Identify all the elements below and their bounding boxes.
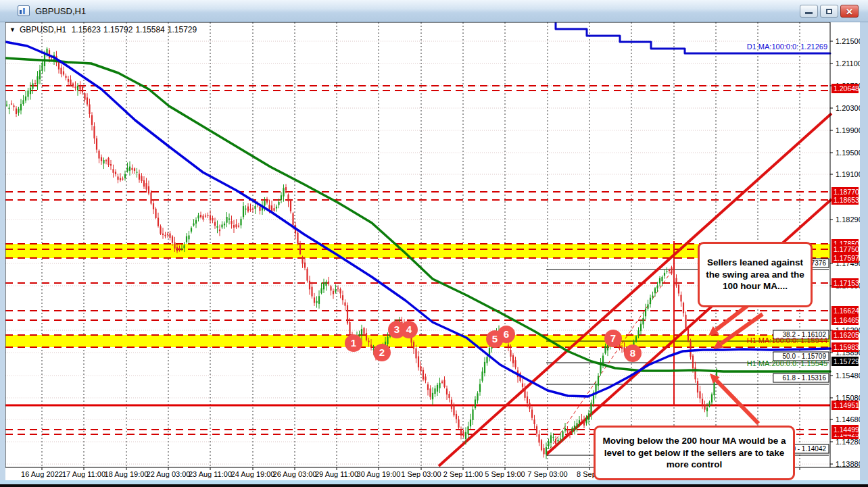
- svg-text:61.8 - 1.15316: 61.8 - 1.15316: [783, 374, 827, 382]
- svg-text:1.16205: 1.16205: [834, 331, 859, 339]
- svg-text:1.18770: 1.18770: [834, 188, 859, 196]
- ohlc-open: 1.15623: [72, 25, 101, 34]
- svg-text:1.16465: 1.16465: [834, 316, 859, 324]
- svg-text:1.17153: 1.17153: [834, 279, 859, 287]
- window-frame-right: [860, 22, 868, 487]
- svg-text:22 Aug 03:00: 22 Aug 03:00: [147, 470, 191, 478]
- svg-text:H1 MA:100:0:0: 1.15944: H1 MA:100:0:0: 1.15944: [747, 336, 827, 344]
- svg-text:16 Aug 2022: 16 Aug 2022: [21, 470, 63, 478]
- mt4-window: { "window": { "title": "GBPUSD,H1", "min…: [0, 0, 868, 487]
- chart-icon: [18, 5, 30, 16]
- chevron-down-icon[interactable]: ▼: [9, 26, 16, 33]
- window-frame-left: [0, 22, 5, 487]
- minimize-icon: [805, 12, 813, 14]
- svg-text:29 Aug 11:00: 29 Aug 11:00: [315, 470, 358, 478]
- svg-text:30 Aug 19:00: 30 Aug 19:00: [357, 470, 401, 478]
- svg-text:1.16624: 1.16624: [834, 307, 859, 315]
- svg-text:1.19500: 1.19500: [836, 149, 863, 157]
- svg-text:4: 4: [406, 324, 412, 335]
- svg-text:1.18290: 1.18290: [836, 215, 863, 224]
- svg-text:1: 1: [351, 337, 356, 349]
- svg-text:1.17597: 1.17597: [834, 254, 859, 262]
- svg-text:1.14499: 1.14499: [834, 426, 859, 434]
- restore-button[interactable]: [820, 5, 838, 18]
- frame-divider: [0, 484, 868, 487]
- window-frame-bottom: [0, 480, 868, 487]
- svg-text:1.21500: 1.21500: [836, 37, 863, 45]
- svg-text:1.18653: 1.18653: [834, 196, 859, 204]
- svg-text:1.20648: 1.20648: [834, 84, 859, 93]
- ohlc-symbol: GBPUSD,H1: [20, 25, 66, 34]
- ohlc-high: 1.15792: [103, 25, 132, 34]
- svg-text:1.21100: 1.21100: [836, 59, 862, 68]
- annotation-box-sellers[interactable]: Sellers leaned against the swing area an…: [698, 242, 813, 307]
- svg-text:5 Sep 19:00: 5 Sep 19:00: [485, 470, 525, 478]
- title-bar: GBPUSD,H1 ✕: [0, 0, 868, 22]
- svg-text:1.15729: 1.15729: [834, 357, 859, 365]
- svg-text:1.15480: 1.15480: [836, 371, 863, 380]
- svg-text:6: 6: [504, 328, 509, 340]
- svg-text:2 Sep 11:00: 2 Sep 11:00: [443, 470, 483, 478]
- ohlc-low: 1.15584: [135, 25, 164, 34]
- svg-text:1.19100: 1.19100: [836, 170, 863, 178]
- minimize-button[interactable]: [800, 5, 818, 18]
- window-title: GBPUSD,H1: [35, 6, 86, 16]
- svg-text:1.13880: 1.13880: [836, 460, 863, 468]
- svg-text:1.17750: 1.17750: [834, 245, 859, 253]
- svg-text:1.20300: 1.20300: [836, 104, 863, 112]
- svg-text:1.14680: 1.14680: [836, 415, 863, 424]
- svg-text:1.15983: 1.15983: [834, 343, 859, 351]
- close-icon: ✕: [841, 6, 858, 18]
- svg-text:8: 8: [630, 347, 635, 359]
- svg-text:2: 2: [379, 347, 385, 358]
- ohlc-close: 1.15729: [168, 25, 197, 34]
- svg-text:H1 MA:200:0:0: 1.15545: H1 MA:200:0:0: 1.15545: [747, 359, 827, 367]
- svg-text:D1 MA:100:0:0: 1.21269: D1 MA:100:0:0: 1.21269: [747, 43, 827, 51]
- svg-text:5: 5: [492, 333, 498, 344]
- svg-text:1 Sep 03:00: 1 Sep 03:00: [401, 470, 441, 478]
- ohlc-header: ▼GBPUSD,H1 1.156231.157921.155841.15729: [9, 25, 199, 34]
- svg-text:23 Aug 11:00: 23 Aug 11:00: [189, 470, 232, 478]
- restore-icon: [826, 9, 832, 14]
- close-button[interactable]: ✕: [840, 5, 859, 18]
- svg-text:24 Aug 19:00: 24 Aug 19:00: [231, 470, 275, 478]
- svg-text:1.19900: 1.19900: [836, 126, 863, 134]
- svg-text:17 Aug 11:00: 17 Aug 11:00: [62, 470, 105, 478]
- svg-text:18 Aug 19:00: 18 Aug 19:00: [105, 470, 149, 478]
- svg-text:7: 7: [610, 332, 616, 344]
- svg-text:1.14951: 1.14951: [834, 401, 859, 409]
- svg-text:7 Sep 03:00: 7 Sep 03:00: [527, 470, 567, 478]
- svg-text:26 Aug 03:00: 26 Aug 03:00: [273, 470, 317, 478]
- svg-text:3: 3: [394, 324, 400, 335]
- annotation-box-200ma[interactable]: Moving below the 200 hour MA would be a …: [594, 426, 795, 480]
